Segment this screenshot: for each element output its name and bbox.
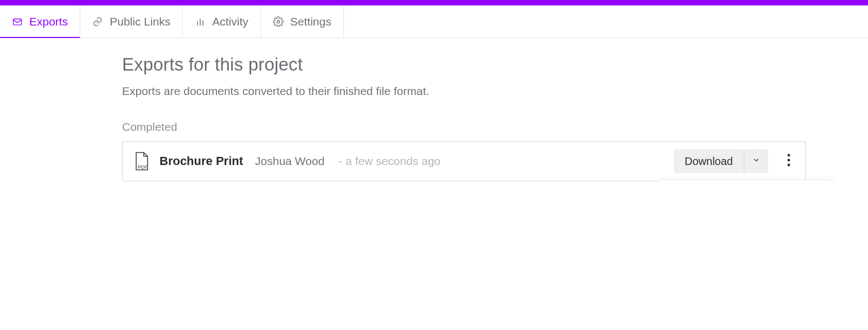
svg-point-4	[788, 159, 790, 162]
section-completed-label: Completed	[122, 120, 868, 134]
link-icon	[92, 16, 103, 27]
bars-icon	[195, 16, 206, 27]
page-title: Exports for this project	[122, 54, 868, 75]
tab-exports-label: Exports	[29, 15, 68, 28]
download-caret-button[interactable]	[744, 149, 768, 173]
export-row: PDF Brochure Print Joshua Wood - a few s…	[122, 141, 806, 181]
export-row-actions: Download	[674, 149, 795, 173]
svg-rect-0	[14, 19, 22, 25]
download-button-label: Download	[685, 155, 733, 168]
export-author: Joshua Wood	[255, 155, 324, 168]
export-file-name: Brochure Print	[159, 154, 243, 168]
top-accent-strip	[0, 0, 868, 5]
tab-settings-label: Settings	[290, 15, 331, 28]
tab-exports[interactable]: Exports	[0, 5, 80, 37]
export-time: - a few seconds ago	[339, 155, 441, 168]
more-options-button[interactable]	[782, 150, 795, 172]
pdf-file-icon: PDF	[130, 150, 152, 172]
tab-public-links-label: Public Links	[110, 15, 170, 28]
more-options-menu: B Send to test asset library Share with …	[659, 180, 833, 181]
svg-text:PDF: PDF	[138, 164, 148, 170]
tab-activity[interactable]: Activity	[183, 5, 261, 37]
download-button[interactable]: Download	[674, 149, 744, 173]
chevron-down-icon	[752, 156, 760, 166]
gear-icon	[273, 16, 284, 27]
download-split-button: Download	[674, 149, 768, 173]
tab-settings[interactable]: Settings	[261, 5, 344, 37]
export-row-info: PDF Brochure Print Joshua Wood - a few s…	[130, 150, 441, 172]
more-vertical-icon	[787, 154, 790, 169]
tab-bar: Exports Public Links Activity Settings	[0, 5, 868, 38]
mail-icon	[12, 16, 23, 27]
svg-point-5	[788, 164, 790, 167]
svg-point-1	[277, 20, 279, 23]
page-content: Exports for this project Exports are doc…	[0, 38, 868, 181]
tab-public-links[interactable]: Public Links	[80, 5, 183, 37]
svg-point-3	[788, 154, 790, 157]
page-description: Exports are documents converted to their…	[122, 85, 868, 98]
tab-activity-label: Activity	[212, 15, 248, 28]
